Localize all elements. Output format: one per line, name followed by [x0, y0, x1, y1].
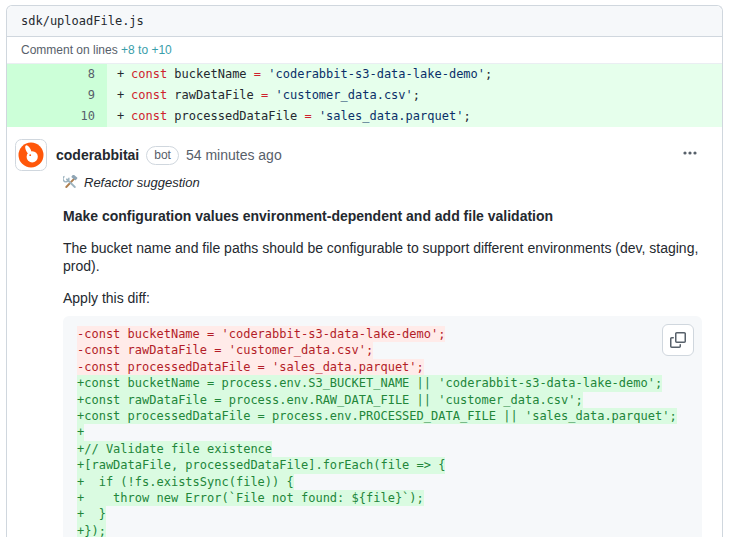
- code-token: const: [131, 88, 167, 102]
- suggestion-heading: Make configuration values environment-de…: [63, 207, 702, 225]
- suggestion-code-block: -const bucketName = 'coderabbit-s3-data-…: [63, 316, 702, 537]
- diff-line: 10 +const processedDataFile = 'sales_dat…: [7, 106, 722, 127]
- code-line: +const processedDataFile = process.env.P…: [77, 408, 688, 424]
- bot-comment: coderabbitai bot 54 minutes ago: [7, 127, 722, 537]
- hammer-and-wrench-icon: [63, 175, 78, 190]
- code-line: + if (!fs.existsSync(file)) {: [77, 474, 688, 490]
- code-token: bucketName: [167, 67, 254, 81]
- code-token: [268, 88, 275, 102]
- diff-sign: +: [117, 64, 131, 85]
- diff-line: 9 +const rawDataFile = 'customer_data.cs…: [7, 85, 722, 106]
- code-token: =: [254, 67, 261, 81]
- code-line: +: [77, 424, 688, 440]
- comment-on-lines-label: Comment on lines: [21, 43, 121, 57]
- code-line: +const bucketName = process.env.S3_BUCKE…: [77, 375, 688, 391]
- code-token: ;: [413, 88, 420, 102]
- annotation-text: Refactor suggestion: [84, 175, 200, 190]
- code-token: const: [131, 109, 167, 123]
- comment-header: coderabbitai bot 54 minutes ago: [15, 139, 706, 171]
- code-line: +// Validate file existence: [77, 441, 688, 457]
- diff-sign: +: [117, 85, 131, 106]
- diff-sign: +: [117, 106, 131, 127]
- diff-code: +const rawDataFile = 'customer_data.csv'…: [107, 85, 722, 106]
- diff-code: +const bucketName = 'coderabbit-s3-data-…: [107, 64, 722, 85]
- code-line: + throw new Error(`File not found: ${fil…: [77, 490, 688, 506]
- line-range-link[interactable]: +8 to +10: [121, 43, 172, 57]
- code-line: +});: [77, 523, 688, 537]
- code-token: [312, 109, 319, 123]
- code-token: 'customer_data.csv': [276, 88, 413, 102]
- code-token: processedDataFile: [167, 109, 304, 123]
- comment-body: Refactor suggestion Make configuration v…: [63, 175, 702, 537]
- diff-code: +const processedDataFile = 'sales_data.p…: [107, 106, 722, 127]
- code-token: const: [131, 67, 167, 81]
- annotation-line: Refactor suggestion: [63, 175, 702, 190]
- bot-badge: bot: [146, 146, 179, 165]
- comment-on-lines-row: Comment on lines +8 to +10: [7, 37, 722, 64]
- line-number: 10: [7, 106, 107, 127]
- code-token: ;: [485, 67, 492, 81]
- copy-icon: [670, 332, 686, 348]
- embedded-diff: 8 +const bucketName = 'coderabbit-s3-dat…: [7, 64, 722, 127]
- code-line: + }: [77, 506, 688, 522]
- coderabbit-avatar[interactable]: [15, 139, 47, 171]
- code-line: +const rawDataFile = process.env.RAW_DAT…: [77, 392, 688, 408]
- code-token: =: [304, 109, 311, 123]
- suggestion-description: The bucket name and file paths should be…: [63, 239, 702, 275]
- kebab-menu-icon[interactable]: [678, 141, 702, 169]
- code-line: -const bucketName = 'coderabbit-s3-data-…: [77, 326, 688, 342]
- line-number: 9: [7, 85, 107, 106]
- code-token: rawDataFile: [167, 88, 261, 102]
- file-path-header: sdk/uploadFile.js: [7, 6, 722, 37]
- code-line: -const processedDataFile = 'sales_data.p…: [77, 359, 688, 375]
- diff-line: 8 +const bucketName = 'coderabbit-s3-dat…: [7, 64, 722, 85]
- code-token: 'coderabbit-s3-data-lake-demo': [268, 67, 485, 81]
- code-line: -const rawDataFile = 'customer_data.csv'…: [77, 342, 688, 358]
- author-line: coderabbitai bot 54 minutes ago: [56, 146, 282, 165]
- file-path: sdk/uploadFile.js: [21, 14, 144, 28]
- code-line: +[rawDataFile, processedDataFile].forEac…: [77, 457, 688, 473]
- line-number: 8: [7, 64, 107, 85]
- apply-diff-label: Apply this diff:: [63, 289, 702, 307]
- code-token: 'sales_data.parquet': [319, 109, 464, 123]
- code-token: ;: [463, 109, 470, 123]
- timestamp[interactable]: 54 minutes ago: [186, 147, 282, 163]
- author-name[interactable]: coderabbitai: [56, 147, 139, 163]
- copy-button[interactable]: [662, 324, 694, 356]
- review-comment-card: sdk/uploadFile.js Comment on lines +8 to…: [6, 5, 723, 537]
